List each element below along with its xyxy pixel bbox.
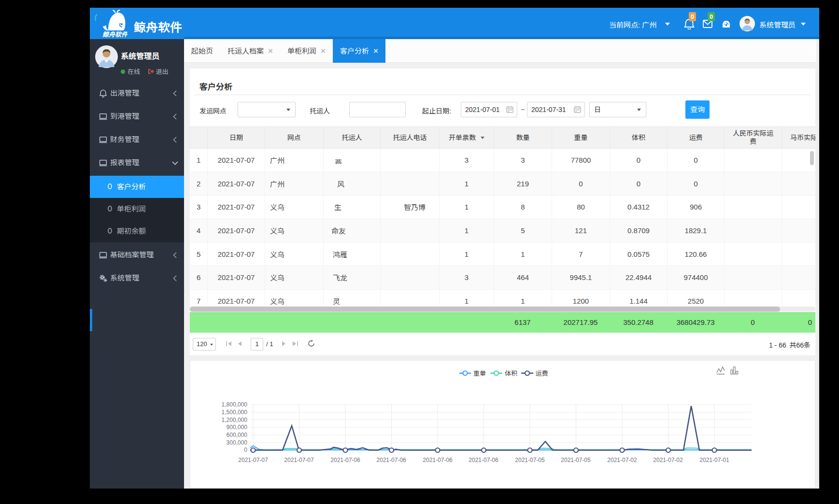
svg-text:2021-07-05: 2021-07-05 (561, 457, 591, 463)
svg-text:1,200,000: 1,200,000 (222, 417, 248, 423)
svg-text:鲸舟软件: 鲸舟软件 (102, 31, 128, 38)
svg-text:2021-07-06: 2021-07-06 (330, 457, 360, 463)
svg-text:2021-07-06: 2021-07-06 (469, 457, 498, 463)
svg-text:600,000: 600,000 (227, 432, 248, 438)
svg-text:300,000: 300,000 (227, 439, 248, 446)
svg-text:重量: 重量 (473, 370, 486, 377)
svg-text:2021-07-06: 2021-07-06 (423, 457, 453, 463)
svg-text:2021-07-07: 2021-07-07 (238, 457, 268, 463)
svg-text:2021-07-07: 2021-07-07 (284, 457, 314, 463)
svg-text:2021-07-05: 2021-07-05 (515, 457, 545, 463)
svg-text:1,500,000: 1,500,000 (222, 409, 248, 416)
svg-text:900,000: 900,000 (227, 424, 248, 431)
svg-text:1,800,000: 1,800,000 (222, 401, 248, 408)
svg-text:2021-07-01: 2021-07-01 (699, 457, 729, 463)
svg-text:2021-07-02: 2021-07-02 (653, 457, 683, 463)
svg-text:2021-07-06: 2021-07-06 (376, 457, 406, 463)
svg-text:运费: 运费 (536, 370, 548, 377)
svg-text:0: 0 (244, 447, 247, 453)
svg-text:体积: 体积 (505, 370, 517, 377)
svg-text:2021-07-02: 2021-07-02 (607, 457, 637, 463)
